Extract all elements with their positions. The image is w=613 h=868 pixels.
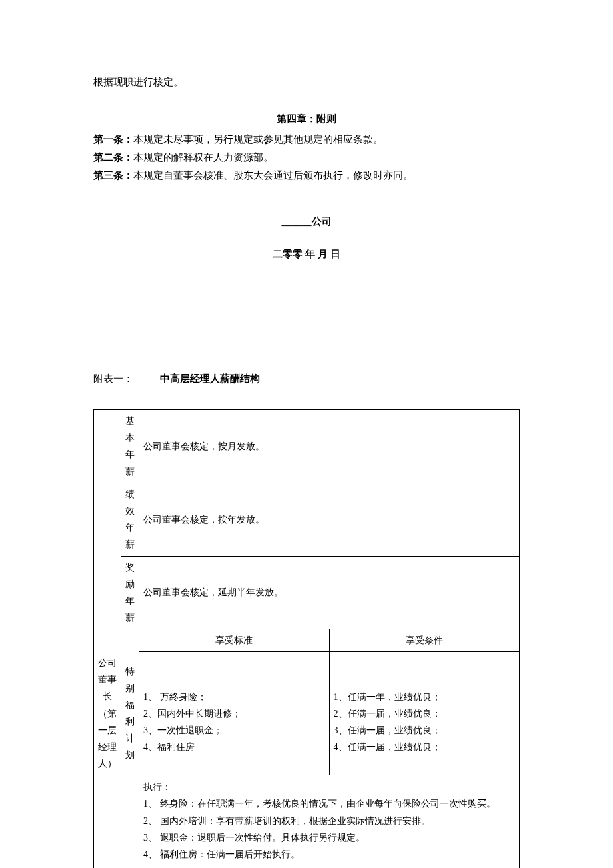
table-row: 基本年薪 公司董事会核定，按月发放。 [94, 410, 520, 483]
date-line: 二零零 年 月 日 [93, 245, 520, 263]
article-2-label: 第二条： [93, 152, 133, 163]
r1-exec-1: 1、 终身险：在任职满一年，考核优良的情况下，由企业每年向保险公司一次性购买。 [143, 795, 515, 812]
chapter4-title: 第四章：附则 [93, 110, 520, 128]
table-row: 执行： 1、 终身险：在任职满一年，考核优良的情况下，由企业每年向保险公司一次性… [94, 775, 520, 867]
r1-cond-4: 4、任满一届，业绩优良； [334, 739, 516, 755]
role-1: 公司董事长（第一层经理人） [94, 652, 121, 775]
article-2: 第二条：本规定的解释权在人力资源部。 [93, 149, 520, 167]
table-row: 公司董事长（第一层经理人） 特别福利计划 1、 万终身险； 2、国内外中长期进修… [94, 652, 520, 775]
header-condition: 享受条件 [329, 629, 520, 652]
article-2-text: 本规定的解释权在人力资源部。 [133, 152, 273, 163]
r1-cond-2: 2、任满一届，业绩优良； [334, 705, 516, 722]
r1-standards: 1、 万终身险； 2、国内外中长期进修； 3、一次性退职金； 4、福利住房 [139, 652, 330, 775]
item-perf: 绩效年薪 [121, 483, 139, 556]
r1-exec-2: 2、 国内外培训：享有带薪培训的权利，根据企业实际情况进行安排。 [143, 813, 515, 829]
r1-basic-desc: 公司董事会核定，按月发放。 [139, 410, 520, 483]
r1-cond-1: 1、任满一年，业绩优良； [334, 689, 516, 705]
salary-structure-table: 基本年薪 公司董事会核定，按月发放。 绩效年薪 公司董事会核定，按年发放。 奖励… [93, 409, 520, 868]
intro-paragraph: 根据现职进行核定。 [93, 73, 520, 91]
article-3-text: 本规定自董事会核准、股东大会通过后颁布执行，修改时亦同。 [133, 170, 413, 181]
item-bonus: 奖励年薪 [121, 556, 139, 629]
article-3: 第三条：本规定自董事会核准、股东大会通过后颁布执行，修改时亦同。 [93, 167, 520, 185]
r1-cond-3: 3、任满一届，业绩优良； [334, 722, 516, 739]
table-row: 享受标准 享受条件 [94, 629, 520, 652]
attachment-title: 中高层经理人薪酬结构 [160, 370, 260, 388]
r1-perf-desc: 公司董事会核定，按年发放。 [139, 483, 520, 556]
article-3-label: 第三条： [93, 170, 133, 181]
article-1-text: 本规定未尽事项，另行规定或参见其他规定的相应条款。 [133, 134, 383, 145]
r1-exec-title: 执行： [143, 779, 515, 795]
article-1: 第一条：本规定未尽事项，另行规定或参见其他规定的相应条款。 [93, 131, 520, 149]
table-row: 绩效年薪 公司董事会核定，按年发放。 [94, 483, 520, 556]
r1-std-3: 3、一次性退职金； [143, 722, 325, 739]
r1-exec-4: 4、 福利住房：任满一届后开始执行。 [143, 846, 515, 863]
attachment-heading: 附表一： 中高层经理人薪酬结构 [93, 370, 520, 388]
company-line: ______公司 [93, 213, 520, 231]
attachment-label: 附表一： [93, 370, 133, 388]
table-row: 奖励年薪 公司董事会核定，延期半年发放。 [94, 556, 520, 629]
r1-execution: 执行： 1、 终身险：在任职满一年，考核优良的情况下，由企业每年向保险公司一次性… [139, 775, 520, 867]
article-1-label: 第一条： [93, 134, 133, 145]
header-standard: 享受标准 [139, 629, 330, 652]
r1-std-2: 2、国内外中长期进修； [143, 705, 325, 722]
item-welfare: 特别福利计划 [121, 652, 139, 775]
r1-exec-3: 3、 退职金：退职后一次性给付。具体执行另行规定。 [143, 829, 515, 846]
r1-bonus-desc: 公司董事会核定，延期半年发放。 [139, 556, 520, 629]
r1-conditions: 1、任满一年，业绩优良； 2、任满一届，业绩优良； 3、任满一届，业绩优良； 4… [329, 652, 520, 775]
r1-std-4: 4、福利住房 [143, 739, 325, 755]
r1-std-1: 1、 万终身险； [143, 689, 325, 705]
item-basic: 基本年薪 [121, 410, 139, 483]
